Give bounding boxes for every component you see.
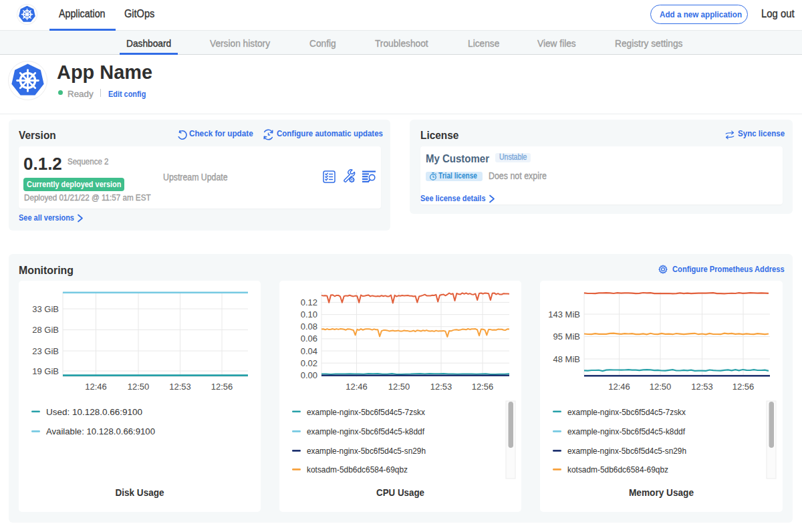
svg-text:12:50: 12:50 [388, 382, 410, 392]
svg-text:Memory Usage: Memory Usage [629, 487, 694, 498]
svg-text:12:50: 12:50 [128, 382, 150, 392]
svg-text:kotsadm-5db6dc6584-69qbz: kotsadm-5db6dc6584-69qbz [567, 464, 668, 475]
svg-text:Disk Usage: Disk Usage [116, 487, 164, 498]
svg-text:example-nginx-5bc6f5d4c5-k8ddf: example-nginx-5bc6f5d4c5-k8ddf [567, 426, 685, 436]
svg-text:95 MiB: 95 MiB [553, 331, 580, 342]
svg-text:0.00: 0.00 [301, 370, 317, 380]
svg-text:0.06: 0.06 [301, 334, 317, 344]
svg-text:143 MiB: 143 MiB [548, 309, 580, 319]
svg-text:12:50: 12:50 [650, 382, 672, 392]
svg-text:0.08: 0.08 [301, 321, 317, 331]
svg-text:0.02: 0.02 [301, 358, 317, 368]
svg-text:example-nginx-5bc6f5d4c5-k8ddf: example-nginx-5bc6f5d4c5-k8ddf [307, 426, 424, 436]
svg-text:12:56: 12:56 [472, 382, 494, 392]
svg-text:0.10: 0.10 [301, 309, 317, 319]
svg-text:48 MiB: 48 MiB [553, 354, 580, 364]
svg-text:kotsadm-5db6dc6584-69qbz: kotsadm-5db6dc6584-69qbz [307, 464, 408, 475]
svg-text:23 GiB: 23 GiB [32, 346, 59, 356]
svg-text:example-nginx-5bc6f5d4c5-sn29h: example-nginx-5bc6f5d4c5-sn29h [567, 446, 686, 456]
svg-text:12:46: 12:46 [346, 382, 368, 392]
svg-text:example-nginx-5bc6f5d4c5-7zskx: example-nginx-5bc6f5d4c5-7zskx [307, 407, 425, 417]
svg-text:19 GiB: 19 GiB [32, 366, 59, 376]
svg-text:CPU Usage: CPU Usage [376, 487, 424, 498]
svg-text:33 GiB: 33 GiB [32, 304, 59, 314]
svg-text:12:46: 12:46 [85, 382, 107, 392]
svg-text:12:56: 12:56 [732, 382, 755, 392]
svg-text:0.04: 0.04 [301, 346, 317, 356]
svg-text:12:53: 12:53 [691, 382, 713, 392]
svg-text:0.12: 0.12 [301, 297, 317, 307]
svg-text:Used: 10.128.0.66:9100: Used: 10.128.0.66:9100 [46, 407, 142, 417]
svg-text:Available: 10.128.0.66:9100: Available: 10.128.0.66:9100 [46, 426, 155, 436]
svg-text:12:53: 12:53 [430, 382, 452, 392]
svg-text:example-nginx-5bc6f5d4c5-7zskx: example-nginx-5bc6f5d4c5-7zskx [567, 407, 686, 417]
svg-text:example-nginx-5bc6f5d4c5-sn29h: example-nginx-5bc6f5d4c5-sn29h [307, 446, 426, 456]
svg-text:12:56: 12:56 [211, 382, 233, 392]
svg-text:28 GiB: 28 GiB [32, 325, 59, 335]
svg-text:12:46: 12:46 [608, 382, 630, 392]
svg-text:12:53: 12:53 [169, 382, 191, 392]
